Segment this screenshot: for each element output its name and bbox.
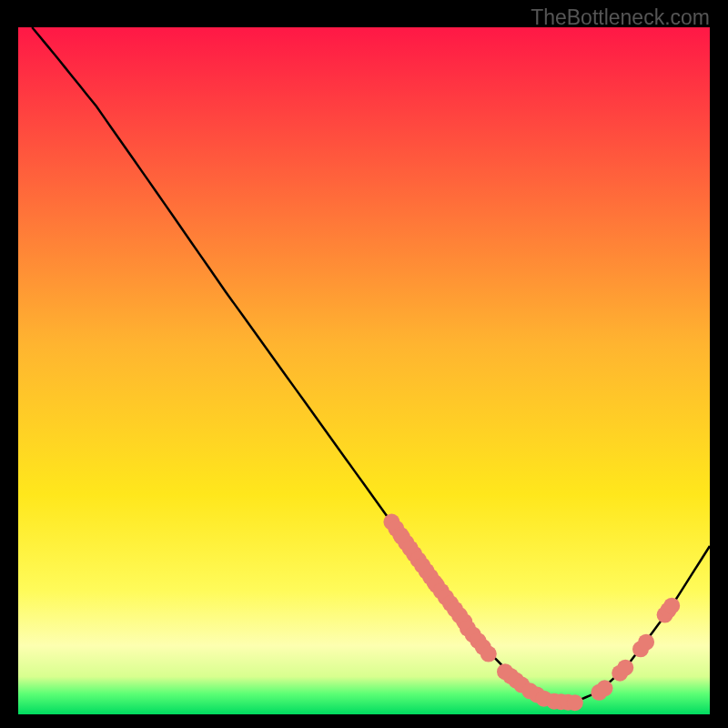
plot-background: [18, 27, 710, 714]
watermark-text: TheBottleneck.com: [531, 5, 710, 30]
data-dot: [596, 680, 612, 696]
data-dot: [480, 646, 497, 662]
chart-container: { "watermark": "TheBottleneck.com", "cha…: [0, 0, 728, 728]
data-dot: [663, 598, 680, 614]
bottleneck-chart: [0, 0, 728, 728]
data-dot: [617, 660, 633, 676]
data-dot: [567, 694, 583, 711]
data-dot: [638, 634, 654, 651]
